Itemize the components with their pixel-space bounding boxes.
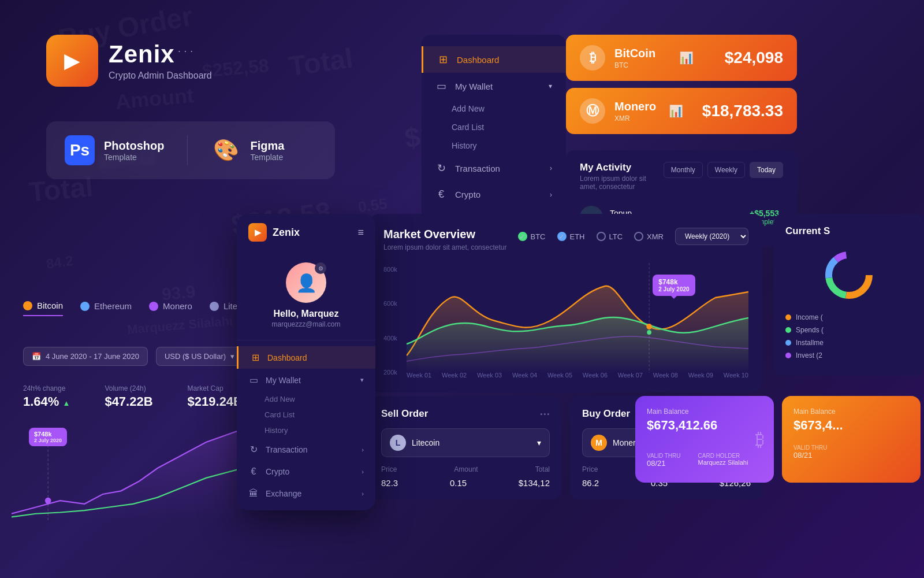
- nav-item-crypto[interactable]: € Crypto ›: [422, 181, 566, 208]
- mobile-menu-icon[interactable]: ≡: [357, 227, 364, 239]
- sell-val-price: 82.3: [381, 478, 398, 488]
- filter-xmr[interactable]: XMR: [634, 232, 664, 241]
- mobile-nav-dashboard[interactable]: ⊞ Dashboard: [237, 346, 375, 369]
- exchange-nav-icon: 🏛: [248, 488, 259, 499]
- balance-label-2: Main Balance: [793, 407, 909, 416]
- date-filter-button[interactable]: 📅 4 June 2020 - 17 June 2020: [23, 347, 148, 366]
- mobile-sub-add-new[interactable]: Add New: [237, 391, 375, 407]
- stat-market-cap: Market Cap $219.24B: [188, 383, 243, 409]
- chart-x-axis: Week 01 Week 02 Week 03 Week 04 Week 05 …: [407, 372, 748, 379]
- activity-tabs: Monthly Weekly Today: [664, 162, 783, 178]
- dashboard-icon: ⊞: [437, 53, 449, 66]
- legend-installment: Installme: [785, 339, 912, 347]
- nav-item-my-wallet[interactable]: ▭ My Wallet ▾: [422, 73, 566, 99]
- ps-icon: Ps: [65, 135, 95, 165]
- chart-bar-icon: 📊: [679, 51, 694, 65]
- mini-chart: $748k 2 July 2020: [12, 416, 243, 520]
- bitcoin-name: BitCoin: [614, 47, 655, 60]
- stats-row: 24h% change 1.64% ▲ Volume (24h) $47.22B…: [23, 383, 243, 409]
- user-email: marquezzz@mail.com: [248, 320, 364, 328]
- donut-chart: [820, 246, 878, 304]
- chevron-down-select-icon: ▾: [537, 438, 541, 447]
- nav-sub-add-new[interactable]: Add New: [422, 99, 566, 118]
- legend-spends: Spends (: [785, 326, 912, 334]
- tab-ethereum[interactable]: Ethereum: [80, 301, 132, 316]
- period-select[interactable]: Weekly (2020) Monthly (2020): [675, 228, 748, 245]
- wallet-cards: ₿ BitCoin BTC 📊 $24,098 Ⓜ Monero XMR 📊 $…: [566, 35, 797, 134]
- chevron-right-icon: ›: [550, 191, 552, 199]
- nav-sub-card-list[interactable]: Card List: [422, 118, 566, 136]
- app-subtitle: Crypto Admin Dashboard: [109, 71, 212, 81]
- app-name: Zenix· · ·: [109, 40, 212, 68]
- mobile-app-name: Zenix: [273, 227, 300, 239]
- buy-order-title: Buy Order: [582, 408, 630, 420]
- valid-thru-2: 08/21: [793, 451, 909, 460]
- app-logo: ▶: [46, 35, 98, 87]
- photoshop-template-card[interactable]: Ps Photoshop Template: [65, 135, 164, 165]
- tab-today[interactable]: Today: [750, 162, 783, 178]
- ltc-check-icon: [597, 232, 606, 241]
- filter-ltc[interactable]: LTC: [597, 232, 623, 241]
- wallet-nav-icon: ▭: [248, 375, 259, 386]
- chart-tooltip: $748k 2 July 2020: [653, 275, 695, 296]
- svg-point-4: [647, 330, 651, 335]
- bitcoin-amount: $24,098: [725, 49, 783, 67]
- mobile-sub-card-list[interactable]: Card List: [237, 407, 375, 423]
- balance-label-1: Main Balance: [647, 407, 762, 416]
- market-panel: Market Overview Lorem ipsum dolor sit am…: [370, 214, 762, 392]
- mobile-nav-exchange[interactable]: 🏛 Exchange ›: [237, 483, 375, 505]
- monero-dot: [149, 302, 158, 311]
- wallet-card-bitcoin[interactable]: ₿ BitCoin BTC 📊 $24,098: [566, 35, 797, 81]
- figma-icon: 🎨: [211, 135, 241, 165]
- sell-coin-select[interactable]: L Litecoin ▾: [381, 428, 550, 457]
- mobile-nav-wallet[interactable]: ▭ My Wallet ▾: [237, 369, 375, 391]
- figma-template-sub: Template: [250, 153, 284, 162]
- mobile-nav: ⊞ Dashboard ▭ My Wallet ▾ Add New Card L…: [237, 340, 375, 510]
- tab-monthly[interactable]: Monthly: [664, 162, 703, 178]
- settings-gear-icon[interactable]: ⚙: [315, 262, 326, 274]
- chevron-right-nav-icon: ›: [362, 468, 364, 475]
- chevron-right-nav-icon: ›: [362, 490, 364, 497]
- figma-template-label: Figma: [250, 139, 284, 153]
- ethereum-dot: [80, 302, 90, 311]
- xmr-icon: M: [591, 435, 607, 451]
- chevron-down-icon: ▾: [230, 352, 234, 361]
- market-title: Market Overview: [383, 228, 506, 241]
- crypto-tabs: Bitcoin Ethereum Monero Litecoin: [12, 301, 243, 316]
- buy-col-price: Price: [582, 465, 598, 473]
- sell-order-more-icon[interactable]: ⋯: [539, 407, 550, 420]
- sell-col-price: Price: [381, 465, 397, 473]
- monero-symbol: XMR: [614, 114, 656, 123]
- mobile-dashboard: ▶ Zenix ≡ 👤 ⚙ Hello, Marquez marquezzz@m…: [237, 214, 375, 510]
- bitcoin-symbol: BTC: [614, 61, 655, 69]
- filter-btc[interactable]: ✓ BTC: [518, 232, 546, 241]
- wallet-card-monero[interactable]: Ⓜ Monero XMR 📊 $18,783.33: [566, 88, 797, 134]
- bank-card-purple[interactable]: Main Balance $673,412.66 VALID THRU 08/2…: [635, 396, 774, 483]
- nav-item-dashboard[interactable]: ⊞ Dashboard: [422, 46, 566, 73]
- monero-coin-icon: Ⓜ: [580, 98, 605, 124]
- crypto-nav-icon: €: [248, 466, 259, 477]
- sell-val-total: $134,12: [519, 478, 550, 488]
- xmr-check-icon: [634, 232, 643, 241]
- mobile-nav-transaction[interactable]: ↻ Transaction ›: [237, 438, 375, 461]
- nav-item-transaction[interactable]: ↻ Transaction ›: [422, 155, 566, 181]
- tab-monero[interactable]: Monero: [149, 301, 192, 316]
- currency-filter-button[interactable]: USD ($ US Dollar) ▾: [156, 347, 243, 366]
- buy-val-price: 86.2: [582, 478, 599, 488]
- legend-income: Income (: [785, 313, 912, 321]
- figma-template-card[interactable]: 🎨 Figma Template: [211, 135, 284, 165]
- sell-order-title: Sell Order: [381, 408, 428, 420]
- filter-bar: 📅 4 June 2020 - 17 June 2020 USD ($ US D…: [23, 347, 243, 366]
- filter-eth[interactable]: ✓ ETH: [557, 232, 585, 241]
- mobile-sub-history[interactable]: History: [237, 423, 375, 438]
- user-greeting: Hello, Marquez: [248, 309, 364, 319]
- mobile-nav-crypto[interactable]: € Crypto ›: [237, 461, 375, 483]
- bitcoin-coin-icon: ₿: [580, 45, 605, 71]
- nav-sub-history[interactable]: History: [422, 136, 566, 155]
- sell-col-total: Total: [535, 465, 550, 473]
- tab-weekly[interactable]: Weekly: [707, 162, 745, 178]
- svg-point-1: [45, 498, 51, 504]
- bank-cards: Main Balance $673,412.66 VALID THRU 08/2…: [635, 396, 921, 483]
- bank-card-orange[interactable]: Main Balance $673,4... VALID THRU 08/21: [782, 396, 921, 483]
- tab-bitcoin[interactable]: Bitcoin: [23, 301, 63, 316]
